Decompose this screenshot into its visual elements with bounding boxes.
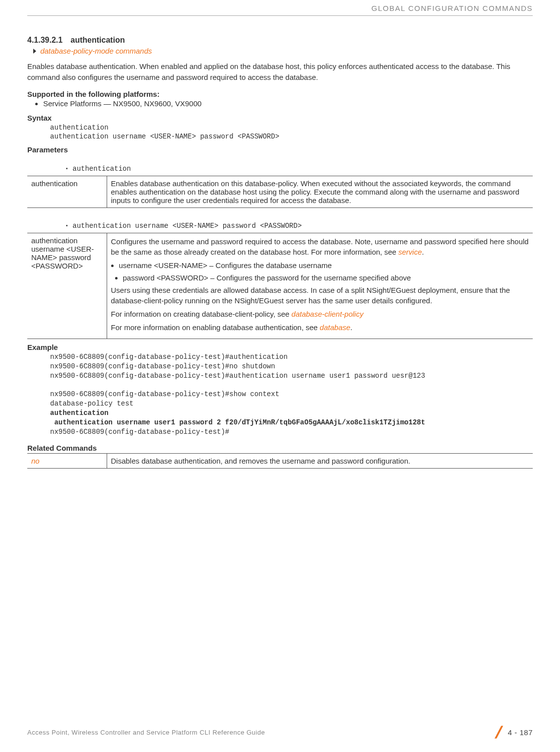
desc-p3-text: For information on creating database-cli… (111, 310, 292, 318)
ex-line-bold: authentication username user1 password 2… (50, 418, 533, 427)
desc-p4-text: For more information on enabling databas… (111, 323, 320, 332)
desc-ul-sub: password <PASSWORD> – Configures the pas… (111, 273, 529, 283)
parameters-heading: Parameters (27, 145, 533, 154)
desc-p4: For more information on enabling databas… (111, 322, 529, 333)
ex-line: nx9500-6C8809(config-database-policy-tes… (50, 362, 533, 371)
table-row: no Disables database authentication, and… (27, 453, 533, 468)
desc-p4-end: . (350, 323, 352, 332)
breadcrumb-link[interactable]: database-policy-mode commands (40, 47, 152, 55)
table-row: authentication Enables database authenti… (27, 176, 533, 208)
desc-p1-text: Configures the username and password req… (111, 237, 529, 256)
desc-ul: username <USER-NAME> – Configures the da… (111, 260, 529, 271)
param-bullet-2: • authentication username <USER-NAME> pa… (27, 212, 533, 231)
section-heading-row: 4.1.39.2.1 authentication (27, 36, 533, 45)
desc-p2: Users using these credentials are allowe… (111, 285, 529, 306)
syntax-block: authentication authentication username <… (27, 123, 533, 142)
page-header: GLOBAL CONFIGURATION COMMANDS (27, 0, 533, 16)
related-heading: Related Commands (27, 444, 533, 452)
page-footer: Access Point, Wireless Controller and Se… (27, 723, 533, 742)
db-client-policy-link[interactable]: database-client-policy (292, 310, 364, 318)
param-desc-cell: Configures the username and password req… (107, 233, 533, 339)
ex-line: nx9500-6C8809(config-database-policy-tes… (50, 352, 533, 362)
param-bullet-1-text: authentication (72, 165, 131, 173)
section-number: 4.1.39.2.1 (27, 36, 68, 44)
table-row: authentication username <USER-NAME> pass… (27, 233, 533, 339)
desc-p1-end: . (422, 248, 424, 256)
supported-item: Service Platforms — NX9500, NX9600, VX90… (43, 99, 533, 108)
param-bullet-1: • authentication (27, 155, 533, 174)
page-number: 4 - 187 (508, 728, 533, 737)
footer-title: Access Point, Wireless Controller and Se… (27, 729, 265, 736)
param-name-cell: authentication username <USER-NAME> pass… (27, 233, 107, 339)
slash-icon: / (495, 723, 502, 742)
no-command-link[interactable]: no (27, 453, 107, 468)
breadcrumb: database-policy-mode commands (27, 45, 533, 61)
ex-line: database-policy test (50, 399, 533, 409)
service-link[interactable]: service (398, 248, 422, 256)
ex-line: nx9500-6C8809(config-database-policy-tes… (50, 371, 533, 381)
section-title: authentication (70, 36, 124, 44)
desc-li-sub: password <PASSWORD> – Configures the pas… (123, 273, 529, 283)
param-desc-cell: Enables database authentication on this … (107, 176, 533, 208)
supported-heading: Supported in the following platforms: (27, 90, 533, 98)
syntax-heading: Syntax (27, 114, 533, 122)
ex-line-bold: authentication (50, 409, 533, 418)
desc-p3: For information on creating database-cli… (111, 309, 529, 319)
intro-paragraph: Enables database authentication. When en… (27, 61, 533, 83)
param-bullet-2-text: authentication username <USER-NAME> pass… (72, 222, 302, 230)
param-table-2: authentication username <USER-NAME> pass… (27, 233, 533, 339)
desc-li-1: username <USER-NAME> – Configures the da… (119, 260, 529, 271)
example-heading: Example (27, 343, 533, 351)
related-desc: Disables database authentication, and re… (107, 453, 533, 468)
desc-p1: Configures the username and password req… (111, 236, 529, 257)
param-name-cell: authentication (27, 176, 107, 208)
ex-line: nx9500-6C8809(config-database-policy-tes… (50, 390, 533, 399)
supported-list: Service Platforms — NX9500, NX9600, VX90… (27, 99, 533, 108)
example-block: nx9500-6C8809(config-database-policy-tes… (27, 352, 533, 437)
related-table: no Disables database authentication, and… (27, 453, 533, 469)
arrow-right-icon (33, 49, 36, 54)
param-table-1: authentication Enables database authenti… (27, 176, 533, 208)
database-link[interactable]: database (320, 323, 351, 332)
ex-line: nx9500-6C8809(config-database-policy-tes… (50, 427, 533, 437)
